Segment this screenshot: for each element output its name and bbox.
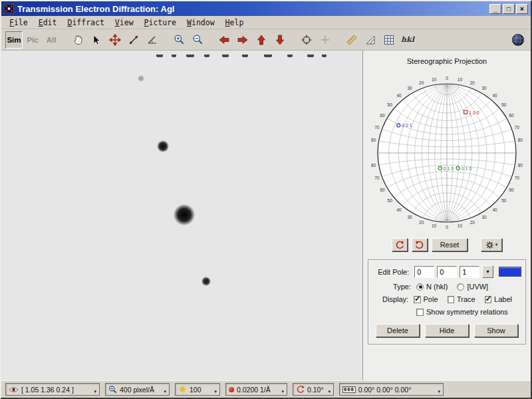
status-spot-size[interactable]: 0.0200 1/Å ▾ xyxy=(225,383,287,396)
net-angle-label: 20 xyxy=(470,220,475,225)
type-label: Type: xyxy=(372,283,411,291)
close-button[interactable]: × xyxy=(516,4,528,14)
radio-n-hkl[interactable] xyxy=(416,283,424,291)
menu-picture[interactable]: Picture xyxy=(139,17,182,29)
menu-help[interactable]: Help xyxy=(220,17,249,29)
menu-view[interactable]: View xyxy=(110,17,139,29)
tab-all[interactable]: All xyxy=(43,31,60,49)
zoom-in-button[interactable] xyxy=(170,31,188,49)
rotate-left-button[interactable] xyxy=(215,31,233,49)
pole-label: 0 1 0 xyxy=(444,166,454,171)
clipped-label-fragment xyxy=(287,55,293,57)
hide-button[interactable]: Hide xyxy=(425,324,469,337)
pole-list-dropdown-button[interactable]: ▼ xyxy=(482,265,493,278)
zoom-out-icon xyxy=(192,34,203,45)
symmetry-checkbox[interactable] xyxy=(416,309,424,316)
maximize-button[interactable]: □ xyxy=(503,4,515,14)
menu-file[interactable]: File xyxy=(4,17,33,29)
clipped-label-fragment xyxy=(172,55,176,57)
net-angle-label: 60 xyxy=(509,113,514,118)
app-icon xyxy=(4,4,14,13)
reset-button[interactable]: Reset xyxy=(432,238,467,251)
toolbar: Sim Pic All xyxy=(1,29,531,51)
chevron-down-icon: ▾ xyxy=(214,389,217,395)
net-angle-label: 50 xyxy=(388,198,393,203)
tilt-up-button[interactable] xyxy=(253,31,270,49)
net-angle-label: 60 xyxy=(509,188,514,192)
net-angle-label: 40 xyxy=(396,93,402,98)
status-rotation-step[interactable]: 0.10° ▾ xyxy=(293,383,334,396)
menu-diffract[interactable]: Diffract xyxy=(62,17,109,29)
chevron-down-icon: ▾ xyxy=(438,389,440,395)
globe-button[interactable] xyxy=(509,31,527,49)
wulff-net[interactable]: 8070605040302010010203040506070808070605… xyxy=(368,74,525,231)
pan-tool-button[interactable] xyxy=(69,31,86,49)
tilt-angles-icon: 000 xyxy=(342,386,356,393)
center-beam-button[interactable] xyxy=(298,31,315,49)
show-button[interactable]: Show xyxy=(474,324,518,337)
ruler-button[interactable] xyxy=(343,31,360,49)
diffraction-spot xyxy=(201,277,211,286)
rotate-ccw-button[interactable] xyxy=(392,238,408,251)
rotate-cw-button[interactable] xyxy=(412,238,428,251)
add-button[interactable] xyxy=(317,31,334,49)
menu-window[interactable]: Window xyxy=(182,17,220,29)
diffraction-canvas[interactable] xyxy=(1,51,363,380)
net-angle-label: 50 xyxy=(501,102,507,107)
radio-n-hkl-label: N (hkl) xyxy=(426,283,448,291)
radio-uvw[interactable] xyxy=(457,283,464,291)
grid-button[interactable] xyxy=(380,31,398,49)
spot-size-icon xyxy=(229,387,234,392)
radio-uvw-label: [UVW] xyxy=(467,283,488,291)
pole-label: 1 0 0 xyxy=(469,110,479,115)
status-brightness[interactable]: 100 ▾ xyxy=(175,383,220,396)
chevron-down-icon: ▾ xyxy=(164,389,166,395)
brightness-icon xyxy=(178,385,187,394)
move-tool-button[interactable] xyxy=(106,31,124,49)
pole-h-input[interactable] xyxy=(414,266,434,278)
zoom-out-button[interactable] xyxy=(189,31,206,49)
pole-color-swatch[interactable] xyxy=(499,267,521,277)
eye-icon xyxy=(9,386,19,393)
minimize-button[interactable]: _ xyxy=(489,4,501,14)
label-checkbox[interactable] xyxy=(485,296,491,303)
status-scale[interactable]: 400 pixel/Å ▾ xyxy=(105,383,170,396)
tab-pic[interactable]: Pic xyxy=(24,31,41,49)
angle-tool-button[interactable] xyxy=(144,31,161,49)
menu-edit[interactable]: Edit xyxy=(33,17,63,29)
net-angle-label: 10 xyxy=(432,77,437,82)
diffraction-spot xyxy=(138,75,144,82)
pole-l-input[interactable] xyxy=(460,266,479,278)
clipped-label-fragment xyxy=(264,55,272,57)
select-tool-button[interactable] xyxy=(88,31,105,49)
pole-checkbox[interactable] xyxy=(414,296,420,303)
hkl-button[interactable]: hkl xyxy=(399,31,416,49)
protractor-button[interactable] xyxy=(362,31,379,49)
trace-checkbox[interactable] xyxy=(448,296,454,303)
pole-k-input[interactable] xyxy=(437,266,457,278)
measure-tool-button[interactable] xyxy=(125,31,142,49)
status-zone-axis[interactable]: [ 1.05 1.36 0.24 ] ▾ xyxy=(5,383,100,396)
pole-label: 0 0 1 xyxy=(402,123,412,128)
diffraction-spot xyxy=(157,140,169,152)
net-angle-label: 0 xyxy=(446,76,448,80)
settings-button[interactable]: ▾ xyxy=(481,238,502,251)
net-angle-label: 40 xyxy=(492,93,497,98)
delete-button[interactable]: Delete xyxy=(376,324,420,337)
tab-sim[interactable]: Sim xyxy=(5,31,23,49)
net-angle-label: 30 xyxy=(481,215,487,219)
tilt-down-button[interactable] xyxy=(271,31,289,49)
pole-label: 0 1 0 xyxy=(462,166,472,171)
zoom-in-icon xyxy=(174,34,185,45)
net-angle-label: 60 xyxy=(380,188,385,192)
diffraction-spot xyxy=(174,204,195,225)
rotate-right-button[interactable] xyxy=(234,31,251,49)
chevron-down-icon: ▾ xyxy=(94,389,96,395)
panel-title: Stereographic Projection xyxy=(407,57,487,65)
plus-icon xyxy=(319,34,331,46)
clipped-label-fragment xyxy=(204,55,209,57)
protractor-icon xyxy=(364,34,376,46)
status-tilt-angles[interactable]: 000 0.00° 0.00° 0.00° ▾ xyxy=(339,383,444,396)
net-angle-label: 70 xyxy=(374,125,380,130)
red-left-arrow-icon xyxy=(218,34,230,46)
